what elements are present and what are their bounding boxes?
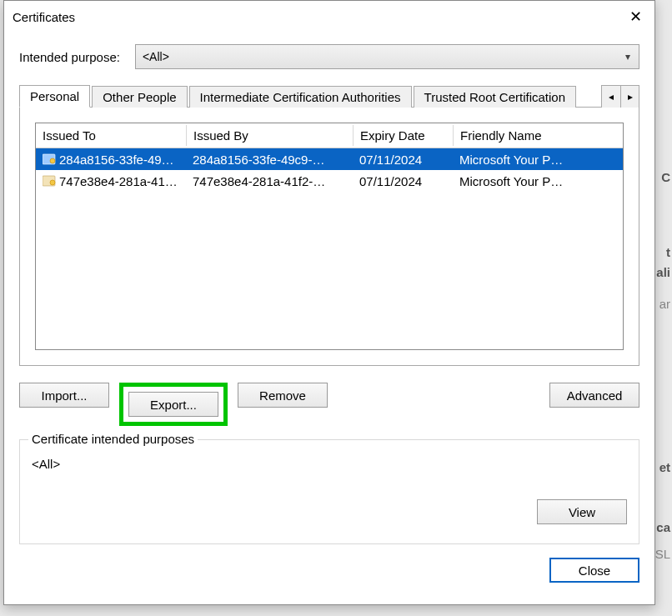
triangle-left-icon: ◂ <box>609 91 614 103</box>
dialog-body: Intended purpose: <All> ▾ Personal Other… <box>4 33 654 604</box>
import-button[interactable]: Import... <box>19 383 109 408</box>
bg-text-fragment: ar <box>659 297 670 311</box>
advanced-button[interactable]: Advanced <box>549 383 639 408</box>
tab-intermediate-ca[interactable]: Intermediate Certification Authorities <box>189 86 412 108</box>
certificates-dialog: Certificates ✕ Intended purpose: <All> ▾… <box>3 0 655 605</box>
background-page-fragments: C t ali ar et ca SL <box>655 0 672 616</box>
certificate-purposes-value: <All> <box>32 457 627 471</box>
close-icon: ✕ <box>629 8 642 26</box>
intended-purpose-label: Intended purpose: <box>19 50 120 64</box>
column-header-expiry-date[interactable]: Expiry Date <box>353 125 453 146</box>
action-buttons-row: Import... Export... Remove Advanced <box>19 383 639 426</box>
cell-issued-to: 284a8156-33fe-49… <box>59 153 174 167</box>
window-title: Certificates <box>13 10 616 24</box>
listview-header: Issued To Issued By Expiry Date Friendly… <box>36 123 623 148</box>
cell-issued-by: 747e38e4-281a-41f2-… <box>186 173 353 190</box>
intended-purpose-combo[interactable]: <All> ▾ <box>135 44 639 69</box>
bg-text-fragment: et <box>659 460 670 474</box>
intended-purpose-value: <All> <box>143 50 169 63</box>
triangle-right-icon: ▸ <box>628 91 633 103</box>
table-row[interactable]: 284a8156-33fe-49… 284a8156-33fe-49c9-… 0… <box>36 148 623 170</box>
certificates-listview[interactable]: Issued To Issued By Expiry Date Friendly… <box>35 123 624 350</box>
column-header-issued-by[interactable]: Issued By <box>186 125 353 146</box>
tab-trusted-root-ca[interactable]: Trusted Root Certification <box>414 86 577 108</box>
tab-personal[interactable]: Personal <box>19 85 90 108</box>
table-row[interactable]: 747e38e4-281a-41… 747e38e4-281a-41f2-… 0… <box>36 170 623 192</box>
close-button[interactable]: Close <box>549 558 639 583</box>
bg-text-fragment: ca <box>656 520 670 534</box>
remove-button[interactable]: Remove <box>238 383 328 408</box>
column-header-friendly-name[interactable]: Friendly Name <box>453 125 623 146</box>
dialog-footer: Close <box>19 558 639 583</box>
bg-text-fragment: C <box>661 170 670 184</box>
export-highlight: Export... <box>119 383 228 426</box>
viewport: C t ali ar et ca SL Certificates ✕ Inten… <box>0 0 672 616</box>
chevron-down-icon: ▾ <box>625 51 630 63</box>
column-header-issued-to[interactable]: Issued To <box>36 125 186 146</box>
certificate-purposes-group: Certificate intended purposes <All> View <box>19 439 639 544</box>
svg-point-3 <box>50 180 55 185</box>
certificate-icon <box>43 153 56 165</box>
listview-rows: 284a8156-33fe-49… 284a8156-33fe-49c9-… 0… <box>36 148 623 349</box>
titlebar: Certificates ✕ <box>4 1 654 33</box>
cell-expiry-date: 07/11/2024 <box>353 173 453 190</box>
spacer <box>338 383 539 426</box>
window-close-button[interactable]: ✕ <box>616 3 654 31</box>
intended-purpose-row: Intended purpose: <All> ▾ <box>19 44 639 69</box>
tabs: Personal Other People Intermediate Certi… <box>19 81 639 108</box>
group-label: Certificate intended purposes <box>28 432 198 446</box>
export-button[interactable]: Export... <box>128 392 218 417</box>
certificate-icon <box>43 175 56 187</box>
cell-expiry-date: 07/11/2024 <box>353 151 453 168</box>
cell-issued-to: 747e38e4-281a-41… <box>59 174 178 188</box>
bg-text-fragment: t <box>666 245 670 259</box>
tab-strip: Personal Other People Intermediate Certi… <box>19 81 639 366</box>
bg-text-fragment: ali <box>656 265 670 279</box>
view-button[interactable]: View <box>537 499 627 524</box>
tab-scroll-right-button[interactable]: ▸ <box>620 86 639 108</box>
tab-panel-personal: Issued To Issued By Expiry Date Friendly… <box>19 108 639 366</box>
cell-issued-by: 284a8156-33fe-49c9-… <box>186 151 353 168</box>
tab-scroll-left-button[interactable]: ◂ <box>602 86 620 108</box>
tab-other-people[interactable]: Other People <box>92 86 187 108</box>
svg-point-1 <box>50 158 55 163</box>
cell-friendly-name: Microsoft Your P… <box>453 173 623 190</box>
tab-scroll-arrows: ◂ ▸ <box>601 85 639 108</box>
cell-friendly-name: Microsoft Your P… <box>453 151 623 168</box>
bg-text-fragment: SL <box>655 547 670 561</box>
